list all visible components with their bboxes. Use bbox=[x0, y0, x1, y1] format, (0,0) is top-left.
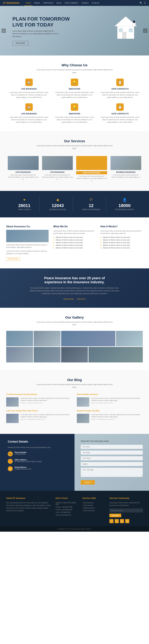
about-text-2: Lorem ipsum dolor sit amet insectetur el… bbox=[6, 250, 49, 255]
services-prev-arrow[interactable]: ‹ bbox=[1, 168, 5, 172]
footer-service-item-2[interactable]: Health Insurance bbox=[82, 507, 105, 509]
services-next-arrow[interactable]: › bbox=[144, 168, 148, 172]
navbar: ET INSURANCE HOME PAGES PORTFOLIO BLOG P… bbox=[0, 0, 149, 6]
blog-img-3[interactable] bbox=[77, 414, 89, 423]
footer-about: About ET Insurance Sed ut perspiciatis u… bbox=[6, 497, 51, 523]
gallery-title: Our Gallery bbox=[6, 316, 143, 320]
subscribe-input[interactable] bbox=[109, 508, 143, 512]
hero-prev-arrow[interactable]: ‹ bbox=[2, 28, 6, 33]
service-item-1: LIFE INSURANCE Lorem ipsum dolor sit ame… bbox=[41, 154, 75, 183]
form-row-phone bbox=[81, 456, 143, 460]
menu-icon[interactable]: ☰ bbox=[144, 2, 146, 4]
gallery-cell-6[interactable] bbox=[61, 347, 88, 362]
service-img-2 bbox=[76, 156, 107, 170]
contact-email-info: Email Address email@yourdomain.com bbox=[15, 466, 31, 470]
service-title-0: AUTO INSURANCE bbox=[8, 171, 39, 173]
nav-portfolio[interactable]: PORTFOLIO bbox=[42, 0, 55, 6]
blog-section: Our Blog Lorem ipsum dolor sit amet inse… bbox=[0, 370, 149, 434]
gallery-cell-1[interactable] bbox=[34, 331, 61, 346]
subscribe-button[interactable]: Subscribe bbox=[109, 514, 121, 517]
gallery-cell-5[interactable] bbox=[34, 347, 61, 362]
blog-content-1: Lorem ipsum dolor sit amet, consectetur … bbox=[91, 397, 143, 406]
nav-post-formats[interactable]: POST FORMATS bbox=[63, 0, 80, 6]
hero-cta-button[interactable]: READ MORE bbox=[13, 41, 28, 46]
about-text-1: Lorem ipsum dolor sit amet insectetur di… bbox=[6, 244, 49, 249]
stat-3: 👤 18000 PROFESSIONAL AGENTS bbox=[109, 196, 140, 212]
footer-community: Join Our Community Lorem ipsum dolor sit… bbox=[109, 497, 143, 523]
twitter-icon[interactable]: t bbox=[115, 519, 119, 523]
list-item: Aliquam et feterum equis ac turvis justo… bbox=[100, 239, 143, 241]
nav-home[interactable]: HOME bbox=[24, 0, 32, 6]
gallery-cell-3[interactable] bbox=[116, 331, 143, 346]
footer-service-item-1[interactable]: Life Insurance bbox=[82, 504, 105, 507]
list-item: Aliquam et feterum equis ac turvis justo… bbox=[100, 246, 143, 249]
footer-subscribe-area: Subscribe bbox=[109, 508, 143, 517]
hero-description: Lorem ipsum dolor sit amet, consectetur … bbox=[13, 30, 59, 38]
exp-services-link[interactable]: Services bbox=[77, 298, 86, 300]
know-more-button[interactable]: KNOW MORE bbox=[6, 258, 20, 261]
exp-read-more-link[interactable]: Read More bbox=[63, 298, 74, 300]
why-item-text-1: Lorem ipsum dolor sit amet insectetur el… bbox=[55, 91, 94, 99]
blog-column-1: Most Reliable Insurance Lorem ipsum dolo… bbox=[77, 393, 143, 426]
gallery-cell-4[interactable] bbox=[6, 347, 33, 362]
stat-icon-3: 👤 bbox=[111, 198, 138, 202]
exp-banner-links: Read More Services bbox=[13, 298, 136, 300]
service-img-0 bbox=[8, 156, 39, 170]
search-icon[interactable]: 🔍 bbox=[140, 2, 142, 4]
form-row-subject bbox=[81, 462, 143, 466]
gallery-cell-2[interactable] bbox=[61, 331, 115, 346]
blog-img-2[interactable] bbox=[6, 414, 19, 423]
why-item-title-5: SAFE CONTRACTS bbox=[100, 113, 140, 115]
footer-about-text: Sed ut perspiciatis unde omnis iste natu… bbox=[6, 502, 51, 512]
contact-right: Please fill in the information below SEN… bbox=[75, 434, 149, 491]
nav-et-blog[interactable]: ET BLOG bbox=[90, 0, 101, 6]
blog-column-0: The Best Insurance for Businesses Lorem … bbox=[6, 393, 72, 426]
form-submit-button[interactable]: SEND IT bbox=[81, 480, 95, 484]
hero-headline: PLAN FOR TOMORROW LIVE FOR TODAY bbox=[13, 16, 70, 28]
list-item: Aliquam et feterum equis ac turvis justo… bbox=[100, 241, 143, 244]
blog-text-1: Lorem ipsum dolor sit amet, consectetur … bbox=[91, 397, 143, 402]
footer-contact-item-3: Fax: +84 (000) 0786 bbox=[55, 511, 78, 514]
form-subject-input[interactable] bbox=[81, 462, 143, 466]
why-title: Why Choose Us bbox=[9, 63, 140, 67]
hero-next-arrow[interactable]: › bbox=[143, 28, 147, 33]
blog-img-0[interactable] bbox=[6, 397, 19, 406]
form-row-email bbox=[81, 450, 143, 455]
hero-house-illustration bbox=[112, 14, 140, 42]
gallery-grid bbox=[6, 331, 143, 362]
blog-post-3: Lorem ipsum dolor sit amet, consectetur … bbox=[77, 414, 143, 423]
footer-contact-item-1: Phone: +84 (000) 0786 bbox=[55, 506, 78, 508]
what-we-do-title: What We Do bbox=[53, 225, 96, 228]
form-email-input[interactable] bbox=[81, 450, 143, 455]
logo-text: INSURANCE bbox=[7, 2, 19, 4]
services-carousel: ‹ AUTO INSURANCE Lorem ipsum dolor sit a… bbox=[0, 154, 149, 183]
list-item: Aliquam et feterum equis ac turvis justo… bbox=[53, 244, 96, 246]
logo[interactable]: ET INSURANCE bbox=[3, 2, 19, 4]
form-phone-input[interactable] bbox=[81, 456, 143, 460]
linkedin-icon[interactable]: in bbox=[125, 519, 129, 523]
contact-address: 📍 Office Address 68 Street Name, Distric… bbox=[8, 459, 67, 464]
gallery-cell-0[interactable] bbox=[6, 331, 33, 346]
form-name-input[interactable] bbox=[81, 445, 143, 449]
services-subtitle: Lorem ipsum dolor sit amet insectetur di… bbox=[36, 144, 113, 150]
nav-blog[interactable]: BLOG bbox=[55, 0, 63, 6]
nav-pages[interactable]: PAGES bbox=[33, 0, 41, 6]
blog-date-3: Written on: Wednesday, 08 March 2017 bbox=[91, 418, 143, 420]
footer-service-item-3[interactable]: Home Insurance bbox=[82, 509, 105, 512]
list-item: Aliquam et feterum equis ac turvis justo… bbox=[100, 244, 143, 246]
facebook-icon[interactable]: f bbox=[109, 519, 113, 523]
contact-email-title: Email Address bbox=[15, 466, 31, 468]
why-choose-us-section: Why Choose Us Lorem ipsum dolor sit amet… bbox=[0, 56, 149, 131]
how-it-works-title: How It Works? bbox=[100, 225, 143, 228]
google-plus-icon[interactable]: g+ bbox=[120, 519, 124, 523]
nav-joomla[interactable]: JOOMLA bbox=[80, 0, 90, 6]
stat-num-3: 18000 bbox=[111, 203, 138, 208]
stat-icon-0: ♥ bbox=[11, 198, 38, 202]
form-message-textarea[interactable] bbox=[81, 468, 143, 477]
blog-img-1[interactable] bbox=[77, 397, 89, 406]
gallery-cell-7[interactable] bbox=[88, 347, 143, 362]
service-item-0: AUTO INSURANCE Lorem ipsum dolor sit ame… bbox=[6, 154, 40, 183]
stats-section: ♥ 26011 HAPPY CLIENTS ◆ 12043 INSURANCE … bbox=[0, 191, 149, 218]
footer-service-item-0[interactable]: Auto Insurance bbox=[82, 502, 105, 504]
blog-post-2: Lorem ipsum dolor sit amet, consectetur … bbox=[6, 414, 72, 423]
